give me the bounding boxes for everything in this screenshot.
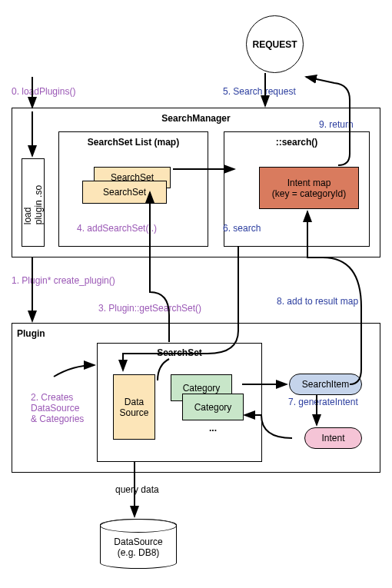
search-manager-box: SearchManager load plugin .so SearchSet … (12, 108, 380, 257)
load-plugin-so-box: load plugin .so (22, 158, 45, 247)
category-box-2: Category (182, 394, 244, 420)
searchitem-pill: SearchItem (289, 374, 362, 395)
datasource-cylinder: DataSource (e.g. DB8) (100, 519, 177, 569)
label-step8: 8. add to result map (277, 296, 358, 307)
search-title: ::search() (224, 137, 369, 148)
category-ellipsis: ... (209, 423, 217, 434)
label-step6: 6. search (223, 223, 261, 234)
label-step1: 1. Plugin* create_plugin() (12, 275, 115, 286)
intent-map-line1: Intent map (287, 178, 331, 188)
plugin-searchset-box: SearchSet Data Source Category Category … (97, 343, 262, 462)
load-plugin-so-label: load plugin .so (22, 181, 44, 224)
searchset-list-title: SearchSet List (map) (59, 137, 208, 148)
intent-pill: Intent (304, 427, 362, 449)
category-label-1: Category (183, 383, 221, 394)
intent-map-line2: (key = categoryId) (272, 188, 346, 199)
plugin-searchset-title: SearchSet (98, 347, 261, 358)
searchitem-label: SearchItem (302, 379, 349, 390)
label-step4: 4. addSearchSet(..) (77, 223, 157, 234)
label-step7: 7. generateIntent (288, 397, 358, 407)
request-label: REQUEST (252, 39, 297, 50)
plugin-datasource-box: Data Source (113, 374, 155, 440)
label-step0: 0. loadPlugins() (12, 86, 75, 97)
request-node: REQUEST (246, 15, 304, 73)
plugin-title: Plugin (17, 328, 45, 339)
plugin-datasource-label: Data Source (114, 397, 154, 418)
category-label-2: Category (194, 402, 232, 413)
diagram-root: REQUEST SearchManager load plugin .so Se… (0, 0, 392, 588)
label-step2b: DataSource (31, 403, 79, 414)
intent-label: Intent (321, 433, 344, 443)
intent-map-box: Intent map (key = categoryId) (259, 167, 359, 209)
cylinder-line1: DataSource (114, 537, 162, 547)
cylinder-line2: (e.g. DB8) (118, 547, 160, 558)
label-step9: 9. return (319, 119, 354, 130)
label-query-data: query data (115, 484, 159, 495)
label-step2c: & Categories (31, 414, 84, 424)
label-step3: 3. Plugin::getSearchSet() (98, 303, 201, 314)
searchset-item-2: SearchSet (82, 181, 167, 204)
searchset-item-2-label: SearchSet (103, 187, 146, 198)
label-step2a: 2. Creates (31, 392, 73, 403)
label-step5: 5. Search request (223, 86, 296, 97)
